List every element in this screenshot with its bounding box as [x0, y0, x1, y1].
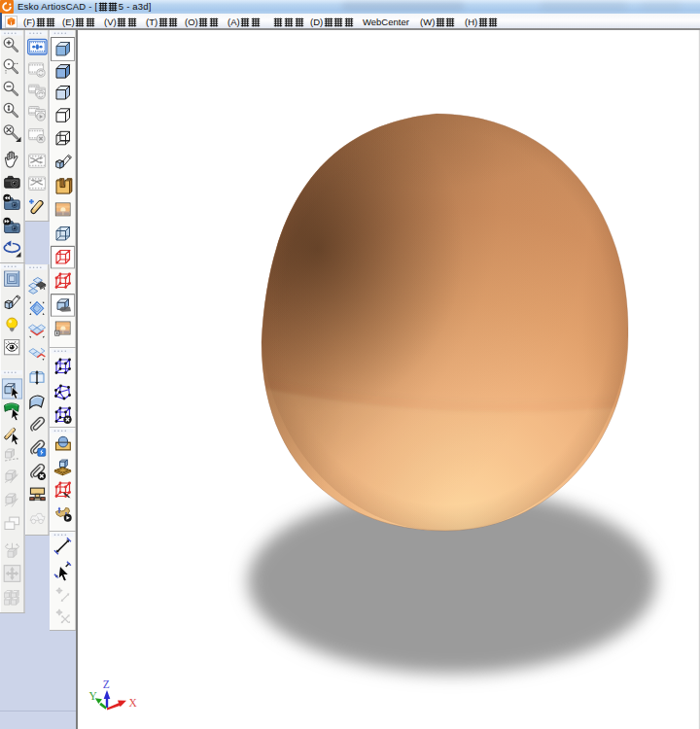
svg-text:Z: Z	[103, 678, 110, 690]
svg-text:Y: Y	[89, 690, 98, 702]
svg-text:X: X	[129, 697, 138, 709]
